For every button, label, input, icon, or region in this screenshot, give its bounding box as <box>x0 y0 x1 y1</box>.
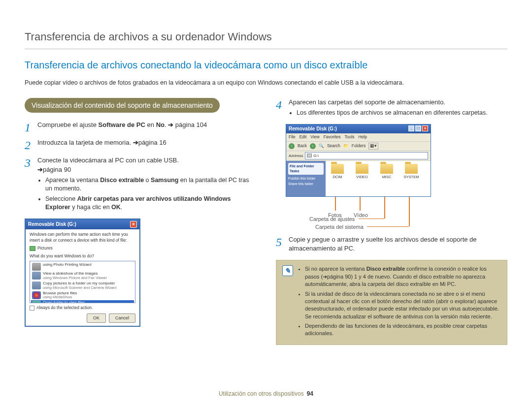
dialog-intro: Windows can perform the same action each… <box>30 232 135 244</box>
close-icon[interactable]: × <box>422 125 428 131</box>
back-icon[interactable]: ‹ <box>289 143 295 149</box>
callout-ajustes: Carpeta de ajustes <box>309 216 355 223</box>
step-4-body: Aparecen las carpetas del soporte de alm… <box>289 98 507 119</box>
mediashow-icon <box>32 291 41 299</box>
pictures-label: Pictures <box>37 246 53 251</box>
ok-button[interactable]: OK <box>87 313 106 323</box>
subsection-pill: Visualización del contenido del soporte … <box>25 98 220 113</box>
minimize-icon[interactable]: _ <box>408 125 414 131</box>
explorer-window: Removable Disk (G:) _ □ × FileEditViewFa… <box>286 124 431 197</box>
always-label: Always do the selected action. <box>36 305 93 311</box>
step-number-5: 5 <box>276 235 284 248</box>
folder-video[interactable]: VIDEO <box>353 164 371 180</box>
step-number-4: 4 <box>276 98 284 111</box>
maximize-icon[interactable]: □ <box>415 125 421 131</box>
explorer-toolbar[interactable]: ‹ Back › 🔍Search 📁Folders ▦▾ <box>286 142 431 151</box>
drive-icon <box>307 154 312 157</box>
step-3-body: Conecte la videocámara al PC con un cabl… <box>37 156 256 213</box>
explorer-menu[interactable]: FileEditViewFavoritesToolsHelp <box>286 133 431 142</box>
sidebar-task-header: File and Folder Tasks <box>288 163 324 175</box>
footer: Utilización con otros dispositivos94 <box>0 390 532 398</box>
step-number-1: 1 <box>25 121 33 133</box>
intro-text: Puede copiar vídeo o archivos de fotos g… <box>25 79 507 88</box>
page-title: Transferencia de archivos a su ordenador… <box>25 30 507 49</box>
explorer-content[interactable]: DCIM VIDEO MISC SYSTEM <box>326 161 431 196</box>
folder-icon <box>405 164 418 174</box>
slideshow-icon <box>32 272 41 280</box>
printer-icon <box>32 263 41 271</box>
address-label: Address <box>289 153 303 158</box>
note-box: ✎ Si no aparece la ventana Disco extraíb… <box>276 260 507 345</box>
folder-system[interactable]: SYSTEM <box>402 164 420 180</box>
folder-dcim[interactable]: DCIM <box>329 164 346 180</box>
step-number-2: 2 <box>25 138 33 151</box>
step-number-3: 3 <box>25 156 33 169</box>
step-5-body: Copie y pegue o arrastre y suelte los ar… <box>289 235 507 253</box>
explorer-title: Removable Disk (G:) <box>289 125 337 132</box>
note-icon: ✎ <box>282 265 293 276</box>
folder-misc[interactable]: MISC <box>378 164 396 180</box>
dialog-title: Removable Disk (G:) <box>28 221 76 228</box>
step-2-body: Introduzca la tarjeta de memoria. ➔págin… <box>37 138 256 147</box>
callout-video: Vídeo <box>354 212 368 219</box>
close-icon[interactable]: × <box>130 221 137 228</box>
folder-icon <box>356 164 368 174</box>
dialog-prompt: What do you want Windows to do? <box>30 253 135 259</box>
folder-open-icon <box>32 301 41 303</box>
autoplay-dialog: Removable Disk (G:) × Windows can perfor… <box>25 219 140 327</box>
cancel-button[interactable]: Cancel <box>109 313 135 323</box>
section-title: Transferencia de archivos conectando la … <box>25 58 507 72</box>
explorer-sidebar: File and Folder Tasks Publish this folde… <box>286 161 326 196</box>
always-checkbox[interactable] <box>30 306 34 311</box>
forward-icon[interactable]: › <box>310 143 316 149</box>
step-1-body: Compruebe el ajuste Software de PC en No… <box>37 121 256 129</box>
address-bar[interactable]: G:\ <box>305 152 428 159</box>
callout-sistema: Carpeta del sistema <box>315 223 364 231</box>
folder-icon <box>331 164 344 174</box>
folder-icon <box>380 164 393 174</box>
scanner-icon <box>32 281 41 289</box>
pictures-icon <box>30 246 35 251</box>
action-list[interactable]: using Photo Printing Wizard View a slide… <box>30 261 135 303</box>
